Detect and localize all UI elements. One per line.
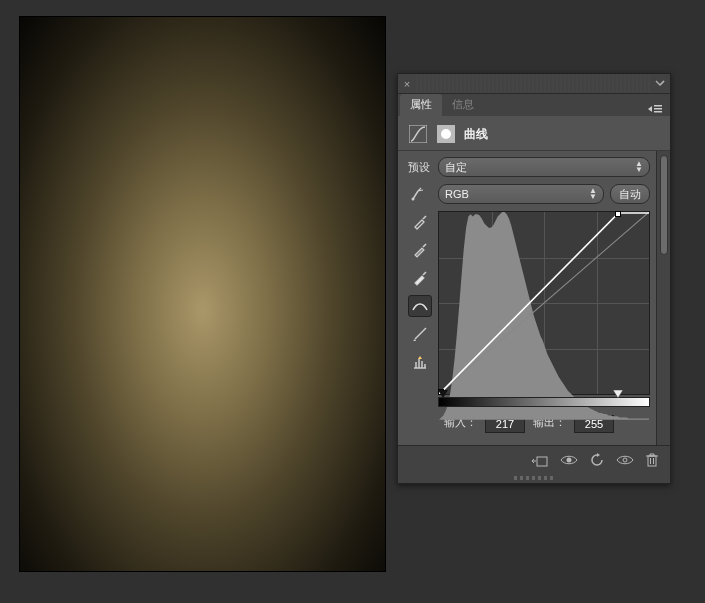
svg-rect-1 — [654, 108, 662, 110]
panel-titlebar: × — [398, 74, 670, 94]
channel-value: RGB — [445, 188, 469, 200]
auto-button[interactable]: 自动 — [610, 184, 650, 204]
adjustment-name: 曲线 — [464, 126, 488, 143]
preset-label: 预设 — [408, 160, 430, 175]
clip-warning-icon[interactable] — [408, 351, 432, 373]
curves-icon — [408, 124, 428, 144]
targeted-adjust-icon[interactable] — [408, 183, 432, 205]
tab-info[interactable]: 信息 — [442, 94, 484, 116]
svg-rect-0 — [654, 105, 662, 107]
input-gradient-strip[interactable] — [438, 397, 650, 407]
close-icon[interactable]: × — [398, 78, 416, 90]
mask-icon — [436, 124, 456, 144]
properties-panel: × 属性 信息 曲线 预设 自定 — [397, 73, 671, 484]
curves-graph[interactable] — [438, 211, 650, 395]
preview-icon[interactable] — [616, 454, 634, 466]
updown-icon: ▲▼ — [635, 161, 643, 173]
edit-points-icon[interactable] — [408, 295, 432, 317]
reset-icon[interactable] — [590, 453, 604, 467]
draw-curve-icon[interactable] — [408, 323, 432, 345]
eyedropper-gray-icon[interactable] — [408, 239, 432, 261]
preset-dropdown[interactable]: 自定 ▲▼ — [438, 157, 650, 177]
resize-grip[interactable] — [398, 473, 670, 483]
panel-footer — [398, 445, 670, 473]
svg-point-11 — [567, 457, 572, 462]
drag-handle[interactable] — [416, 74, 650, 93]
tab-bar: 属性 信息 — [398, 94, 670, 116]
updown-icon: ▲▼ — [589, 188, 597, 200]
document-canvas[interactable] — [19, 16, 386, 572]
tab-properties[interactable]: 属性 — [400, 94, 442, 116]
eyedropper-black-icon[interactable] — [408, 211, 432, 233]
curves-tool-column — [408, 211, 432, 407]
trash-icon[interactable] — [646, 453, 658, 467]
scroll-thumb[interactable] — [660, 155, 668, 255]
svg-point-5 — [441, 129, 451, 139]
panel-scrollbar[interactable] — [656, 151, 670, 445]
white-slider[interactable] — [613, 390, 623, 398]
collapse-icon[interactable] — [650, 78, 670, 90]
svg-point-12 — [623, 458, 627, 462]
channel-dropdown[interactable]: RGB ▲▼ — [438, 184, 604, 204]
svg-rect-10 — [537, 457, 547, 466]
histogram — [439, 212, 649, 420]
panel-menu-icon[interactable] — [640, 104, 670, 116]
curve-point-white[interactable] — [615, 211, 621, 217]
svg-point-6 — [412, 198, 415, 201]
clip-to-layer-icon[interactable] — [532, 453, 548, 467]
preset-value: 自定 — [445, 160, 467, 175]
adjustment-title-row: 曲线 — [398, 116, 670, 151]
black-slider[interactable] — [438, 390, 448, 398]
svg-rect-2 — [654, 111, 662, 113]
eyedropper-white-icon[interactable] — [408, 267, 432, 289]
svg-rect-13 — [648, 456, 656, 466]
toggle-visibility-icon[interactable] — [560, 454, 578, 466]
